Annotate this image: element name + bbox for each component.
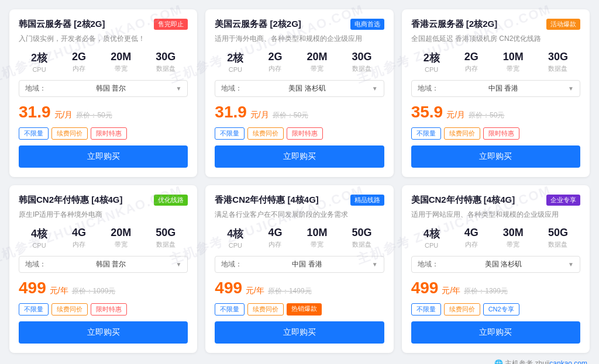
card-specs-5: 4核 CPU 4G 内存 30M 带宽 50G 数据盘 (411, 227, 580, 249)
card-specs-4: 4核 CPU 4G 内存 10M 带宽 50G 数据盘 (215, 227, 384, 249)
price-row-5: 499 元/年 原价：1399元 (411, 279, 580, 297)
card-4: 香港CN2年付特惠 [4核4G] 精品线路 满足各行业客户在不同发展阶段的业务需… (205, 185, 393, 353)
card-header-0: 韩国云服务器 [2核2G] 售完即止 (19, 19, 188, 30)
card-desc-2: 全国超低延迟 香港顶级机房 CN2优化线路 (411, 33, 580, 44)
card-header-5: 美国CN2年付特惠 [4核4G] 企业专享 (411, 195, 580, 206)
tags-row-2: 不限量 续费同价 限时特惠 (411, 127, 580, 140)
spec-item-2-0: 2核 CPU (424, 51, 440, 73)
tag-2-0: 不限量 (411, 127, 441, 140)
card-specs-2: 2核 CPU 2G 内存 10M 带宽 30G 数据盘 (411, 51, 580, 73)
region-select-3[interactable]: 地域： 韩国 普尔 ▼ (19, 256, 188, 273)
buy-button-4[interactable]: 立即购买 (215, 321, 384, 344)
card-desc-1: 适用于海外电商、各种类型和规模的企业级应用 (215, 33, 384, 44)
tag-1-1: 续费同价 (247, 127, 284, 140)
card-0: 韩国云服务器 [2核2G] 售完即止 入门级实例，开发者必备，质优价更低！ 2核… (9, 9, 197, 177)
spec-item-5-0: 4核 CPU (424, 227, 440, 249)
card-badge-0: 售完即止 (154, 19, 188, 30)
tags-row-1: 不限量 续费同价 限时特惠 (215, 127, 384, 140)
chevron-down-icon: ▼ (372, 85, 378, 92)
card-badge-2: 活动爆款 (546, 19, 580, 30)
spec-item-1-2: 20M 带宽 (307, 51, 328, 73)
card-title-5: 美国CN2年付特惠 [4核4G] (411, 195, 515, 206)
card-badge-5: 企业专享 (546, 195, 580, 206)
price-row-3: 499 元/年 原价：1099元 (19, 279, 188, 297)
tag-4-1: 续费同价 (247, 303, 284, 316)
buy-button-5[interactable]: 立即购买 (411, 321, 580, 344)
spec-item-0-1: 2G 内存 (72, 51, 86, 73)
tags-row-4: 不限量 续费同价 热销爆款 (215, 303, 384, 316)
buy-button-1[interactable]: 立即购买 (215, 145, 384, 168)
footer: 🌐 主机参考 zhujicankao.com (9, 359, 590, 364)
tag-0-2: 限时特惠 (91, 127, 127, 140)
buy-button-2[interactable]: 立即购买 (411, 145, 580, 168)
tag-3-1: 续费同价 (51, 303, 88, 316)
card-1: 美国云服务器 [2核2G] 电商首选 适用于海外电商、各种类型和规模的企业级应用… (205, 9, 393, 177)
spec-item-3-2: 20M 带宽 (111, 227, 131, 249)
tag-5-1: 续费同价 (444, 303, 480, 316)
card-desc-3: 原生IP适用于各种境外电商 (19, 209, 188, 220)
spec-item-4-0: 4核 CPU (227, 227, 243, 249)
card-badge-4: 精品线路 (350, 195, 384, 206)
card-title-0: 韩国云服务器 [2核2G] (19, 19, 105, 30)
spec-item-4-1: 4G 内存 (268, 227, 282, 249)
card-3: 韩国CN2年付特惠 [4核4G] 优化线路 原生IP适用于各种境外电商 4核 C… (9, 185, 197, 353)
price-row-1: 31.9 元/月 原价：50元 (215, 103, 384, 122)
card-header-1: 美国云服务器 [2核2G] 电商首选 (215, 19, 384, 30)
buy-button-3[interactable]: 立即购买 (19, 321, 188, 344)
card-2: 香港云服务器 [2核2G] 活动爆款 全国超低延迟 香港顶级机房 CN2优化线路… (402, 9, 590, 177)
spec-item-2-1: 2G 内存 (464, 51, 478, 73)
region-select-4[interactable]: 地域： 中国 香港 ▼ (215, 256, 384, 273)
spec-item-5-3: 50G 数据盘 (548, 227, 568, 249)
spec-item-1-1: 2G 内存 (268, 51, 282, 73)
tag-0-0: 不限量 (19, 127, 49, 140)
card-title-1: 美国云服务器 [2核2G] (215, 19, 301, 30)
tag-1-2: 限时特惠 (287, 127, 323, 140)
card-title-4: 香港CN2年付特惠 [4核4G] (215, 195, 319, 206)
buy-button-0[interactable]: 立即购买 (19, 145, 188, 168)
card-header-4: 香港CN2年付特惠 [4核4G] 精品线路 (215, 195, 384, 206)
tag-3-2: 限时特惠 (91, 303, 127, 316)
tag-5-2: CN2专享 (483, 303, 519, 316)
region-select-0[interactable]: 地域： 韩国 普尔 ▼ (19, 80, 188, 97)
tag-3-0: 不限量 (19, 303, 49, 316)
chevron-down-icon: ▼ (568, 261, 574, 268)
tag-5-0: 不限量 (411, 303, 441, 316)
chevron-down-icon: ▼ (568, 85, 574, 92)
region-select-1[interactable]: 地域： 美国 洛杉矶 ▼ (215, 80, 384, 97)
chevron-down-icon: ▼ (175, 261, 181, 268)
tag-2-2: 限时特惠 (483, 127, 519, 140)
card-title-2: 香港云服务器 [2核2G] (411, 19, 498, 30)
card-5: 美国CN2年付特惠 [4核4G] 企业专享 适用于网站应用、各种类型和规模的企业… (402, 185, 590, 353)
spec-item-3-3: 50G 数据盘 (156, 227, 175, 249)
card-badge-3: 优化线路 (154, 195, 188, 206)
spec-item-2-2: 10M 带宽 (503, 51, 524, 73)
card-desc-5: 适用于网站应用、各种类型和规模的企业级应用 (411, 209, 580, 220)
tag-2-1: 续费同价 (444, 127, 480, 140)
spec-item-0-0: 2核 CPU (31, 51, 47, 73)
price-row-2: 35.9 元/月 原价：50元 (411, 103, 580, 122)
region-select-5[interactable]: 地域： 美国 洛杉矶 ▼ (411, 256, 580, 273)
tag-1-0: 不限量 (215, 127, 245, 140)
spec-item-5-1: 4G 内存 (464, 227, 478, 249)
card-header-3: 韩国CN2年付特惠 [4核4G] 优化线路 (19, 195, 188, 206)
price-row-0: 31.9 元/月 原价：50元 (19, 103, 188, 122)
card-specs-1: 2核 CPU 2G 内存 20M 带宽 30G 数据盘 (215, 51, 384, 73)
tags-row-0: 不限量 续费同价 限时特惠 (19, 127, 188, 140)
spec-item-4-3: 50G 数据盘 (352, 227, 372, 249)
card-header-2: 香港云服务器 [2核2G] 活动爆款 (411, 19, 580, 30)
spec-item-3-1: 4G 内存 (72, 227, 86, 249)
chevron-down-icon: ▼ (372, 261, 378, 268)
tags-row-5: 不限量 续费同价 CN2专享 (411, 303, 580, 316)
tags-row-3: 不限量 续费同价 限时特惠 (19, 303, 188, 316)
card-specs-3: 4核 CPU 4G 内存 20M 带宽 50G 数据盘 (19, 227, 188, 249)
card-badge-1: 电商首选 (350, 19, 384, 30)
spec-item-3-0: 4核 CPU (31, 227, 47, 249)
region-select-2[interactable]: 地域： 中国 香港 ▼ (411, 80, 580, 97)
card-desc-0: 入门级实例，开发者必备，质优价更低！ (19, 33, 188, 44)
spec-item-5-2: 30M 带宽 (503, 227, 524, 249)
spec-item-2-3: 30G 数据盘 (548, 51, 568, 73)
tag-0-1: 续费同价 (51, 127, 88, 140)
spec-item-4-2: 10M 带宽 (307, 227, 328, 249)
spec-item-0-2: 20M 带宽 (111, 51, 131, 73)
chevron-down-icon: ▼ (175, 85, 181, 92)
